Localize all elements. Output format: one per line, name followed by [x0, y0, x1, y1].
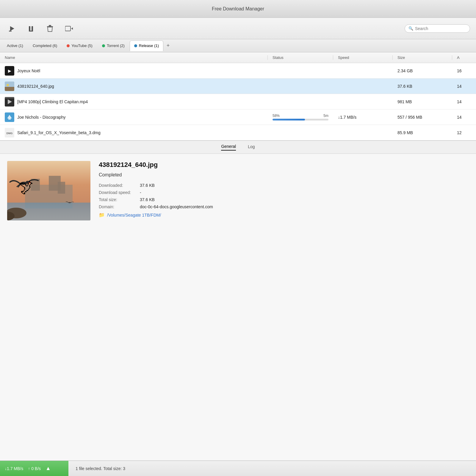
header-added: A	[452, 55, 476, 60]
table-row[interactable]: 438192124_640.jpg 37.6 KB 14	[0, 79, 476, 94]
row2-icon	[5, 82, 14, 91]
release-dot	[134, 44, 137, 47]
pause-button[interactable]	[25, 23, 37, 35]
detail-speed-label: Download speed:	[99, 190, 137, 195]
row4-name-cell: Joe Nichols - Discography	[0, 112, 268, 122]
svg-rect-7	[65, 26, 71, 31]
status-speeds: ↓1.7 MB/s ↑ 0 B/s ▲	[0, 461, 68, 476]
tabs-bar: Active (1) Completed (6) YouTube (5) Tor…	[0, 39, 476, 52]
svg-rect-6	[49, 25, 51, 26]
detail-domain-row: Domain: doc-0c-64-docs.googleusercontent…	[99, 204, 469, 209]
detail-downloaded-label: Downloaded:	[99, 183, 137, 188]
table-row[interactable]: ▶ Joyeux Noël 2.34 GB 16	[0, 63, 476, 79]
tab-release-label: Release (1)	[139, 43, 159, 48]
detail-speed-row: Download speed: -	[99, 190, 469, 195]
tab-torrent[interactable]: Torrent (2)	[98, 40, 129, 51]
row2-name: 438192124_640.jpg	[17, 84, 54, 89]
table-row[interactable]: Joe Nichols - Discography 58% 5m ↓1.7 MB…	[0, 109, 476, 125]
play-button[interactable]	[6, 23, 18, 35]
row2-size: 37.6 KB	[393, 84, 452, 89]
title-bar: Free Download Manager	[0, 0, 476, 18]
tab-youtube[interactable]: YouTube (5)	[62, 40, 97, 51]
tab-active[interactable]: Active (1)	[2, 40, 28, 51]
svg-rect-17	[8, 118, 11, 120]
detail-panel: General Log	[0, 140, 476, 461]
detail-downloaded-value: 37.6 KB	[140, 183, 155, 188]
tab-active-label: Active (1)	[7, 43, 23, 48]
detail-totalsize-row: Total size: 37.6 KB	[99, 197, 469, 202]
row5-size: 85.9 MB	[393, 130, 452, 135]
row5-name: Safari_9.1_for_OS_X_Yosemite_beta_3.dmg	[17, 130, 101, 135]
status-text: 1 file selected. Total size: 3	[76, 466, 125, 471]
row2-added: 14	[452, 84, 476, 89]
svg-rect-2	[29, 26, 30, 31]
svg-rect-1	[9, 31, 12, 32]
header-size: Size	[393, 55, 452, 60]
tab-completed-label: Completed (6)	[33, 43, 57, 48]
detail-tab-general[interactable]: General	[221, 144, 236, 151]
header-name: Name	[0, 55, 268, 60]
svg-point-11	[7, 84, 9, 86]
expand-button[interactable]: ▲	[46, 465, 51, 472]
progress-bar-fill	[273, 119, 305, 120]
app-title: Free Download Manager	[212, 6, 264, 12]
torrent-dot	[102, 44, 105, 47]
row4-size: 557 / 956 MB	[393, 115, 452, 120]
header-status: Status	[268, 55, 333, 60]
detail-content: 438192124_640.jpg Completed Downloaded: …	[0, 154, 476, 461]
detail-speed-value: -	[140, 190, 141, 195]
row3-name-cell: [MP4 1080p] Climbing El Capitan.mp4	[0, 97, 268, 107]
detail-path-row[interactable]: 📁 /Volumes/Seagate 1TB/FDM/	[99, 212, 469, 218]
row4-added: 14	[452, 115, 476, 120]
row3-size: 981 MB	[393, 99, 452, 104]
move-button[interactable]	[63, 23, 75, 35]
status-info: 1 file selected. Total size: 3	[68, 461, 476, 476]
table-row[interactable]: [MP4 1080p] Climbing El Capitan.mp4 981 …	[0, 94, 476, 109]
row5-icon: DMG	[5, 128, 14, 137]
progress-top: 58% 5m	[273, 114, 328, 118]
row4-icon	[5, 112, 14, 122]
detail-path: /Volumes/Seagate 1TB/FDM/	[107, 213, 161, 217]
folder-icon: 📁	[99, 212, 105, 218]
detail-domain-label: Domain:	[99, 204, 137, 209]
detail-downloaded-row: Downloaded: 37.6 KB	[99, 183, 469, 188]
row4-status: 58% 5m	[268, 114, 333, 120]
table-row[interactable]: DMG Safari_9.1_for_OS_X_Yosemite_beta_3.…	[0, 125, 476, 140]
detail-totalsize-label: Total size:	[99, 197, 137, 202]
detail-status: Completed	[99, 172, 469, 178]
header-speed: Speed	[333, 55, 393, 60]
row2-name-cell: 438192124_640.jpg	[0, 82, 268, 91]
tab-torrent-label: Torrent (2)	[107, 43, 125, 48]
status-bar: ↓1.7 MB/s ↑ 0 B/s ▲ 1 file selected. Tot…	[0, 461, 476, 476]
tab-completed[interactable]: Completed (6)	[28, 40, 62, 51]
detail-totalsize-value: 37.6 KB	[140, 197, 155, 202]
detail-tabs: General Log	[0, 141, 476, 154]
download-speed: ↓1.7 MB/s	[5, 466, 23, 471]
row1-name-cell: ▶ Joyeux Noël	[0, 66, 268, 76]
svg-marker-0	[10, 26, 14, 31]
delete-button[interactable]	[44, 23, 56, 35]
svg-point-28	[20, 181, 27, 185]
svg-marker-8	[71, 27, 73, 30]
search-box[interactable]: 🔍	[405, 24, 470, 33]
svg-rect-13	[5, 97, 14, 98]
add-tab-button[interactable]: +	[164, 42, 172, 50]
svg-rect-3	[32, 26, 33, 31]
svg-point-29	[26, 181, 29, 184]
detail-thumbnail	[7, 161, 90, 220]
svg-rect-10	[5, 87, 14, 91]
tab-release[interactable]: Release (1)	[130, 40, 163, 51]
toolbar: 🔍	[0, 18, 476, 39]
tab-youtube-label: YouTube (5)	[71, 43, 93, 48]
search-input[interactable]	[415, 26, 466, 31]
download-table: Name Status Speed Size A ▶ Joyeux Noël 2…	[0, 52, 476, 140]
row3-name: [MP4 1080p] Climbing El Capitan.mp4	[17, 99, 88, 104]
detail-tab-log[interactable]: Log	[248, 144, 255, 150]
progress-time: 5m	[323, 114, 328, 118]
row3-added: 14	[452, 99, 476, 104]
progress-percent: 58%	[273, 114, 280, 118]
thumbnail-image	[7, 161, 90, 220]
youtube-dot	[67, 44, 70, 47]
row1-size: 2.34 GB	[393, 68, 452, 73]
svg-point-30	[68, 202, 71, 203]
